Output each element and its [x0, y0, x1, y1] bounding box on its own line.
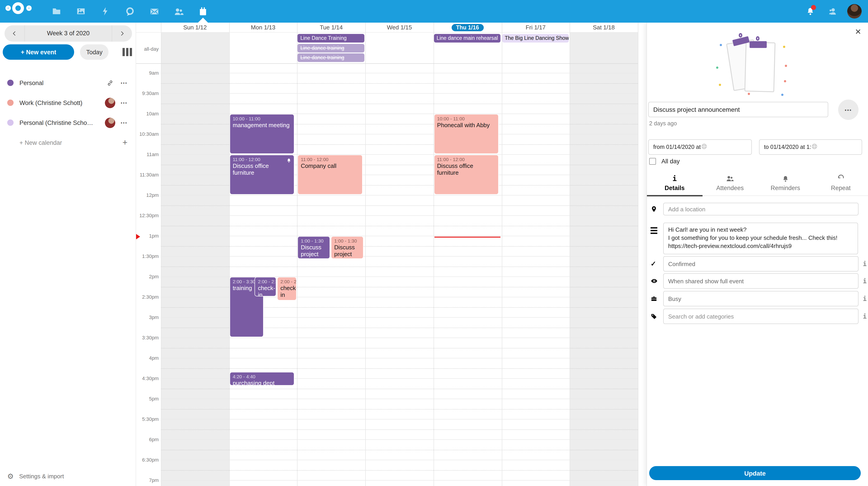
photos-icon[interactable]: [69, 0, 93, 23]
calendar-event[interactable]: 11:00 - 12:00Discuss office furniture: [229, 155, 294, 195]
calendar-event[interactable]: 10:00 - 11:00management meeting: [229, 114, 294, 154]
location-input[interactable]: [668, 206, 854, 212]
settings-import-button[interactable]: ⚙ Settings & import: [7, 472, 64, 481]
all-day-label: All day: [661, 158, 680, 165]
start-date-field[interactable]: from 01/14/2020 at 1:00 PM: [648, 139, 752, 155]
timezone-globe-icon[interactable]: [811, 143, 858, 151]
talk-icon[interactable]: [118, 0, 142, 23]
tab-repeat[interactable]: Repeat: [813, 172, 868, 196]
event-menu-button[interactable]: •••: [838, 99, 859, 120]
calendar-menu-icon[interactable]: •••: [121, 120, 127, 125]
calendar-item-personal[interactable]: Personal •••: [0, 77, 135, 89]
status-select[interactable]: Confirmed: [663, 256, 859, 271]
calendar-event[interactable]: 1:00 - 1:30Discuss project announcement: [298, 236, 330, 259]
freebusy-select[interactable]: Busy: [663, 291, 859, 306]
new-event-button[interactable]: + New event: [3, 44, 74, 60]
tab-attendees[interactable]: Attendees: [702, 172, 758, 196]
event-time: 10:00 - 11:00: [232, 115, 291, 122]
info-icon[interactable]: i: [863, 313, 867, 320]
all-day-event[interactable]: Line dance training: [298, 44, 364, 52]
tab-details[interactable]: i Details: [647, 172, 702, 196]
all-day-label: all-day: [136, 46, 159, 52]
tag-icon: [651, 313, 657, 320]
all-day-divider: [136, 63, 638, 64]
event-illustration: [721, 34, 794, 93]
info-icon[interactable]: i: [863, 277, 867, 285]
reminder-bell-icon: [782, 175, 789, 183]
all-day-event[interactable]: The Big Line Dancing Show: [502, 34, 569, 42]
event-title: Phonecall with Abby: [437, 122, 496, 128]
event-title-input[interactable]: [648, 102, 828, 117]
calendar-icon[interactable]: [191, 0, 215, 23]
share-link-icon[interactable]: [107, 79, 114, 86]
calendar-event[interactable]: 11:00 - 12:00Company call: [298, 155, 363, 195]
nextcloud-logo[interactable]: [5, 4, 33, 19]
grid-hour-line: [161, 399, 638, 399]
calendar-event[interactable]: 2:00 - 2:30check-in: [277, 277, 297, 301]
close-icon[interactable]: ✕: [855, 27, 862, 37]
all-day-event[interactable]: Line Dance Training: [298, 34, 364, 42]
owner-avatar: [105, 117, 115, 128]
tab-label: Attendees: [716, 184, 744, 192]
time-label: 12:30pm: [136, 213, 159, 218]
user-avatar[interactable]: [847, 4, 862, 19]
new-calendar-row[interactable]: + New calendar +: [0, 137, 135, 148]
logo-circle-right: [26, 5, 32, 11]
files-icon[interactable]: [44, 0, 69, 23]
week-label[interactable]: Week 3 of 2020: [24, 25, 112, 41]
calendar-event[interactable]: 10:00 - 11:00Phonecall with Abby: [434, 114, 499, 154]
calendar-event[interactable]: 11:00 - 12:00Discuss office furniture: [434, 155, 499, 195]
today-pill: Thu 1/16: [452, 24, 484, 31]
logo-circle-left: [5, 5, 11, 11]
calendar-item-work[interactable]: Work (Christine Schott) •••: [0, 97, 135, 109]
grid-quarter-line: [161, 470, 638, 470]
mail-icon[interactable]: [142, 0, 166, 23]
calendar-event[interactable]: 1:00 - 1:30Discuss project: [331, 236, 364, 259]
calendar-item-personal-shared[interactable]: Personal (Christine Scho… •••: [0, 117, 135, 128]
end-date-field[interactable]: to 01/14/2020 at 1:30 PM: [759, 139, 862, 155]
activity-icon[interactable]: [93, 0, 118, 23]
update-button[interactable]: Update: [649, 466, 861, 480]
new-calendar-label: + New calendar: [20, 139, 123, 146]
column-divider: [638, 23, 638, 486]
event-time: 11:00 - 12:00: [232, 156, 291, 163]
check-icon: ✓: [651, 260, 656, 268]
next-week-button[interactable]: [112, 25, 132, 41]
logo-circle-center: [12, 2, 24, 14]
notifications-bell-icon[interactable]: [802, 3, 818, 20]
all-day-event[interactable]: Line dance training: [298, 53, 364, 62]
contacts-search-icon[interactable]: [825, 3, 841, 20]
visibility-select[interactable]: When shared show full event: [663, 273, 859, 289]
calendar-color-dot: [7, 80, 13, 86]
description-textarea[interactable]: Hi Carl! are you in next week? I got som…: [663, 223, 858, 254]
categories-input[interactable]: [668, 313, 854, 320]
view-toggle-icon[interactable]: [123, 48, 132, 56]
calendar-event[interactable]: 4:20 - 4:40purchasing dept: [229, 372, 294, 385]
grid-quarter-line: [161, 104, 638, 104]
grid-hour-line: [161, 358, 638, 359]
contacts-icon[interactable]: [166, 0, 191, 23]
time-label: 6:30pm: [136, 457, 159, 462]
calendar-color-dot: [7, 99, 13, 106]
timezone-globe-icon[interactable]: [701, 143, 748, 151]
info-icon[interactable]: i: [863, 295, 867, 302]
briefcase-icon: [651, 295, 657, 302]
all-day-checkbox[interactable]: [649, 158, 656, 165]
event-time: 10:00 - 11:00: [437, 115, 496, 122]
end-date-value: to 01/14/2020 at 1:30 PM: [764, 144, 811, 150]
grid-hour-line: [161, 480, 638, 481]
event-time: 11:00 - 12:00: [301, 156, 360, 163]
tab-reminders[interactable]: Reminders: [758, 172, 813, 196]
calendar-menu-icon[interactable]: •••: [121, 100, 127, 105]
previous-week-button[interactable]: [4, 25, 24, 41]
all-day-event[interactable]: Line dance main rehearsal: [434, 34, 501, 42]
today-button[interactable]: Today: [80, 44, 108, 60]
day-header: Sat 1/18: [569, 23, 638, 32]
calendar-menu-icon[interactable]: •••: [121, 80, 127, 85]
grid-quarter-line: [161, 226, 638, 226]
eye-icon: [651, 277, 658, 285]
time-label: 2:30pm: [136, 294, 159, 299]
plus-icon[interactable]: +: [123, 138, 127, 147]
calendar-event[interactable]: 2:00 - 2:30check-in: [255, 277, 276, 296]
info-icon[interactable]: i: [863, 260, 867, 267]
